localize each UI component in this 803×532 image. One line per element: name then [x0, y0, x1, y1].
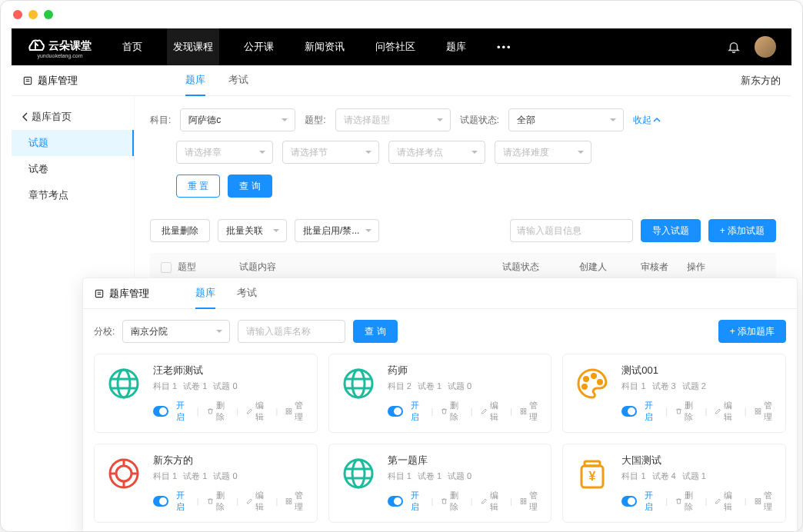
svg-rect-27	[289, 499, 292, 501]
enable-toggle[interactable]	[153, 406, 168, 417]
back-link[interactable]: 题库首页	[12, 104, 134, 130]
add-question-button[interactable]: + 添加试题	[708, 219, 776, 242]
breadcrumb-current: 新东方的	[741, 74, 781, 88]
edit-icon	[481, 407, 488, 416]
enable-toggle[interactable]	[153, 496, 168, 507]
maximize-window-button[interactable]	[44, 10, 53, 19]
enable-toggle[interactable]	[621, 496, 637, 507]
delete-action[interactable]: 删除	[441, 490, 462, 513]
card-meta: 科目 1试卷 4试题 1	[621, 470, 776, 482]
bank-search-button[interactable]: 查 询	[353, 320, 397, 343]
edit-action[interactable]: 编辑	[246, 400, 268, 423]
manage-action[interactable]: 管理	[285, 400, 307, 423]
section-select[interactable]: 请选择节	[282, 141, 379, 164]
sidebar-item[interactable]: 试题	[12, 130, 134, 156]
delete-action[interactable]: 删除	[675, 490, 697, 513]
enable-toggle[interactable]	[388, 406, 403, 417]
svg-point-25	[116, 466, 132, 481]
nav-item[interactable]: 问答社区	[369, 28, 421, 65]
tab[interactable]: 考试	[237, 278, 257, 309]
card-icon	[338, 454, 378, 494]
bank-name-input[interactable]	[238, 320, 345, 343]
delete-action[interactable]: 删除	[207, 400, 228, 423]
chapter-select[interactable]: 请选择章	[176, 141, 273, 164]
manage-action[interactable]: 管理	[755, 400, 776, 423]
delete-action[interactable]: 删除	[441, 400, 462, 423]
manage-action[interactable]: 管理	[520, 400, 541, 423]
bank-panel: 题库管理 题库考试 分校: 南京分院 查 询 + 添加题库 汪老师测试科目 1试…	[82, 278, 798, 532]
add-bank-button[interactable]: + 添加题库	[718, 320, 786, 343]
nav-item[interactable]: 首页	[116, 28, 148, 65]
svg-rect-26	[286, 499, 288, 501]
type-select[interactable]: 请选择题型	[335, 108, 451, 131]
edit-action[interactable]: 编辑	[481, 490, 502, 513]
avatar[interactable]	[755, 36, 776, 58]
card-icon: ¥	[572, 454, 612, 494]
manage-action[interactable]: 管理	[520, 490, 541, 513]
panel-title: 题库管理	[22, 74, 78, 88]
tab[interactable]: 考试	[228, 65, 248, 96]
enable-label: 开启	[176, 400, 189, 423]
delete-action[interactable]: 删除	[207, 490, 228, 513]
branch-select[interactable]: 南京分院	[122, 320, 230, 343]
collapse-toggle[interactable]: 收起	[633, 114, 661, 127]
enable-toggle[interactable]	[621, 406, 637, 417]
enable-label: 开启	[411, 490, 424, 513]
reset-button[interactable]: 重 置	[176, 175, 220, 198]
chevron-left-icon	[22, 112, 28, 121]
point-select[interactable]: 请选择考点	[388, 141, 485, 164]
svg-point-19	[583, 385, 587, 389]
bulk-delete-button[interactable]: 批量删除	[150, 219, 210, 242]
tab[interactable]: 题库	[195, 278, 215, 309]
svg-rect-21	[758, 409, 761, 411]
svg-rect-6	[286, 409, 288, 411]
card-title: 药师	[388, 364, 542, 377]
nav-more[interactable]: •••	[491, 28, 518, 65]
svg-rect-12	[521, 409, 523, 411]
app-window: 云朵课堂 yunduoketang.com 首页发现课程公开课新闻资讯问答社区题…	[0, 0, 803, 532]
edit-action[interactable]: 编辑	[246, 490, 268, 513]
trash-icon	[441, 497, 448, 506]
enable-toggle[interactable]	[388, 496, 403, 507]
nav-item[interactable]: 公开课	[238, 28, 280, 65]
sidebar-item[interactable]: 章节考点	[12, 182, 134, 208]
database-icon	[94, 288, 105, 299]
select-all-checkbox[interactable]	[161, 262, 172, 273]
subject-select[interactable]: 阿萨德c	[180, 108, 295, 131]
card-icon	[572, 364, 612, 404]
trash-icon	[441, 407, 448, 416]
bulk-relate-select[interactable]: 批量关联	[218, 219, 287, 242]
logo[interactable]: 云朵课堂 yunduoketang.com	[27, 36, 93, 58]
edit-action[interactable]: 编辑	[481, 400, 502, 423]
manage-action[interactable]: 管理	[285, 490, 307, 513]
svg-point-11	[352, 370, 365, 397]
svg-rect-41	[755, 502, 758, 504]
edit-action[interactable]: 编辑	[715, 400, 736, 423]
nav-item[interactable]: 发现课程	[167, 28, 219, 65]
svg-rect-20	[755, 409, 758, 411]
edit-icon	[246, 407, 253, 416]
panel2-title: 题库管理	[94, 287, 149, 301]
edit-action[interactable]: 编辑	[715, 490, 736, 513]
bell-icon[interactable]	[727, 40, 741, 54]
nav-item[interactable]: 题库	[440, 28, 472, 65]
search-input[interactable]	[517, 225, 632, 236]
logo-subtitle: yunduoketang.com	[37, 53, 82, 58]
card-meta: 科目 1试卷 1试题 0	[153, 470, 308, 482]
manage-action[interactable]: 管理	[755, 490, 776, 513]
close-window-button[interactable]	[13, 10, 22, 19]
import-button[interactable]: 导入试题	[641, 219, 701, 242]
card-meta: 科目 2试卷 1试题 0	[388, 381, 542, 392]
database-icon	[22, 75, 33, 86]
minimize-window-button[interactable]	[28, 10, 38, 19]
delete-action[interactable]: 删除	[675, 400, 697, 423]
svg-point-31	[352, 460, 365, 487]
nav-item[interactable]: 新闻资讯	[298, 28, 351, 65]
sidebar-item[interactable]: 试卷	[12, 156, 134, 182]
status-select[interactable]: 全部	[508, 108, 624, 131]
tab[interactable]: 题库	[185, 65, 205, 96]
difficulty-select[interactable]: 请选择难度	[495, 141, 591, 164]
bulk-enable-select[interactable]: 批量启用/禁...	[295, 219, 379, 242]
svg-text:云朵课堂: 云朵课堂	[48, 39, 92, 52]
search-button[interactable]: 查 询	[228, 175, 272, 198]
